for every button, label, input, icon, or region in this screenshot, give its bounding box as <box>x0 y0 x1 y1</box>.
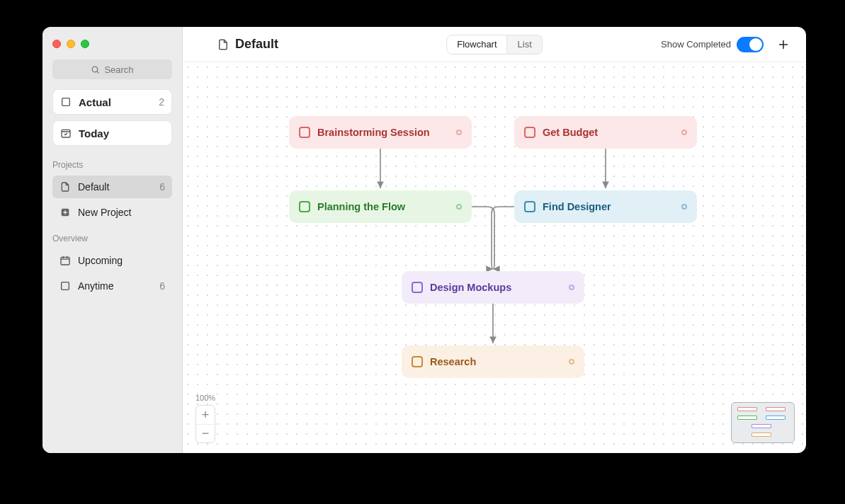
checkbox-icon[interactable] <box>299 201 310 212</box>
sidebar-pinned-label: Actual <box>79 96 111 108</box>
show-completed-toggle[interactable]: Show Completed <box>661 37 764 52</box>
sidebar-item-default[interactable]: Default 6 <box>52 176 172 198</box>
sidebar-pinned-label: Today <box>79 127 109 139</box>
svg-rect-10 <box>62 282 69 290</box>
add-button[interactable] <box>773 35 793 55</box>
checkbox-icon[interactable] <box>524 127 535 138</box>
svg-rect-6 <box>61 257 69 265</box>
show-completed-label: Show Completed <box>661 39 731 50</box>
checkbox-icon[interactable] <box>524 201 535 212</box>
sidebar-item-new-project[interactable]: New Project <box>52 201 172 224</box>
svg-rect-2 <box>62 98 70 106</box>
minimap-node-icon <box>737 416 757 420</box>
sidebar-item-badge: 6 <box>159 280 165 292</box>
search-icon <box>91 65 100 74</box>
page-title: Default <box>195 37 278 52</box>
search-input[interactable]: Search <box>52 59 172 79</box>
node-handle-icon[interactable] <box>681 204 687 210</box>
node-label: Get Budget <box>543 127 598 138</box>
view-toggle: Flowchart List <box>446 35 543 55</box>
node-brainstorm[interactable]: Brainstorming Session <box>289 116 472 149</box>
toggle-switch-icon[interactable] <box>737 37 764 52</box>
node-handle-icon[interactable] <box>456 130 462 135</box>
minimap-node-icon <box>752 433 771 437</box>
fullscreen-window-button[interactable] <box>81 40 89 48</box>
square-icon <box>60 96 72 108</box>
minimap-node-icon <box>752 424 771 428</box>
zoom-control: 100% + − <box>195 394 215 443</box>
node-handle-icon[interactable] <box>569 359 574 365</box>
svg-rect-3 <box>62 130 70 137</box>
flowchart-edges <box>183 62 806 453</box>
node-handle-icon[interactable] <box>681 130 687 135</box>
plus-icon <box>777 38 790 51</box>
minimap-node-icon <box>766 416 786 420</box>
square-icon <box>59 280 71 292</box>
zoom-out-button[interactable]: − <box>196 424 215 442</box>
sidebar-item-label: Upcoming <box>78 255 123 266</box>
checkbox-icon[interactable] <box>412 282 423 293</box>
tab-list[interactable]: List <box>508 35 542 54</box>
minimap-node-icon <box>737 407 757 411</box>
node-label: Research <box>430 356 476 367</box>
node-research[interactable]: Research <box>402 345 584 378</box>
node-mockups[interactable]: Design Mockups <box>402 271 584 304</box>
node-label: Find Designer <box>543 201 611 212</box>
window-controls <box>42 31 182 59</box>
document-icon <box>59 181 71 193</box>
flowchart-canvas[interactable]: Brainstorming Session Get Budget Plannin… <box>183 62 806 453</box>
sidebar-item-badge: 6 <box>159 181 165 193</box>
app-window: Search Actual 2 Today Projects Default 6… <box>42 27 806 453</box>
node-planning[interactable]: Planning the Flow <box>289 190 472 223</box>
sidebar-pinned-badge: 2 <box>159 96 164 108</box>
node-handle-icon[interactable] <box>456 204 462 210</box>
page-title-text: Default <box>235 37 278 52</box>
node-budget[interactable]: Get Budget <box>514 116 697 149</box>
tab-flowchart[interactable]: Flowchart <box>447 35 507 54</box>
sidebar-item-upcoming[interactable]: Upcoming <box>52 249 172 272</box>
sidebar-section-title: Overview <box>42 225 182 248</box>
checkbox-icon[interactable] <box>412 356 423 367</box>
plus-square-icon <box>59 207 71 218</box>
zoom-label: 100% <box>195 394 215 402</box>
calendar-check-icon <box>60 127 72 139</box>
minimize-window-button[interactable] <box>67 40 75 48</box>
sidebar-item-label: Anytime <box>78 280 114 292</box>
sidebar-section-title: Projects <box>42 151 182 174</box>
sidebar-item-label: Default <box>78 181 109 193</box>
node-label: Design Mockups <box>430 282 511 293</box>
search-placeholder: Search <box>104 64 133 75</box>
zoom-buttons: + − <box>195 405 215 443</box>
sidebar-pinned-actual[interactable]: Actual 2 <box>52 89 172 115</box>
minimap-node-icon <box>766 407 786 411</box>
sidebar-item-label: New Project <box>78 207 131 218</box>
minimap[interactable] <box>731 402 795 443</box>
main-area: Default Flowchart List Show Completed <box>183 27 806 453</box>
close-window-button[interactable] <box>52 40 61 48</box>
node-label: Brainstorming Session <box>317 127 430 138</box>
sidebar-item-anytime[interactable]: Anytime 6 <box>52 275 172 297</box>
svg-line-1 <box>97 71 98 72</box>
document-icon <box>217 38 229 51</box>
node-handle-icon[interactable] <box>569 285 574 290</box>
sidebar-pinned-today[interactable]: Today <box>52 120 172 146</box>
checkbox-icon[interactable] <box>299 127 310 138</box>
svg-point-0 <box>93 67 98 72</box>
node-label: Planning the Flow <box>317 201 405 212</box>
topbar: Default Flowchart List Show Completed <box>183 27 806 62</box>
node-designer[interactable]: Find Designer <box>514 190 697 223</box>
calendar-icon <box>59 255 71 266</box>
sidebar: Search Actual 2 Today Projects Default 6… <box>42 27 183 453</box>
zoom-in-button[interactable]: + <box>196 406 215 424</box>
